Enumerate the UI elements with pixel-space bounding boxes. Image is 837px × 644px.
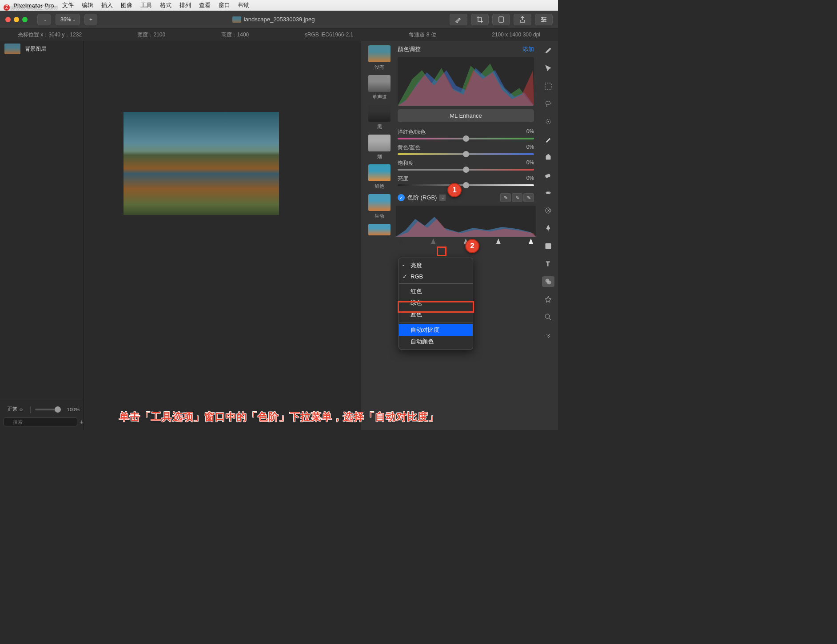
menu-format[interactable]: 格式	[160, 1, 171, 9]
preset-mono[interactable]: 单声道	[366, 75, 393, 100]
preset-none[interactable]: 没有	[366, 45, 393, 71]
preset-smoke[interactable]: 烟	[366, 135, 393, 160]
fill-tool-icon[interactable]	[542, 152, 554, 163]
svg-rect-9	[545, 83, 551, 89]
annotation-box-2	[398, 301, 474, 313]
slider-val-sat: 0%	[526, 159, 534, 167]
ml-enhance-button[interactable]: ML Enhance	[398, 109, 534, 122]
heal-tool-icon[interactable]	[542, 187, 554, 198]
preset-vivid[interactable]: 鲜艳	[366, 164, 393, 190]
svg-point-23	[545, 314, 550, 318]
cursor-position: 光标位置 x：3040 y：1232	[18, 31, 82, 39]
instruction-text: 单击「工具选项」窗口中的「色阶」下拉菜单，选择「自动对比度」	[119, 410, 439, 424]
menu-view[interactable]: 查看	[199, 1, 211, 9]
text-tool-icon[interactable]: T	[542, 258, 554, 269]
menu-edit[interactable]: 编辑	[82, 1, 93, 9]
svg-rect-13	[545, 174, 550, 178]
document-icon[interactable]	[492, 14, 510, 25]
lasso-tool-icon[interactable]	[542, 99, 554, 109]
eyedropper-black[interactable]: ✎	[500, 193, 511, 202]
pen-tool-icon[interactable]	[542, 223, 554, 234]
menu-insert[interactable]: 插入	[101, 1, 113, 9]
layer-thumbnail	[4, 44, 20, 54]
svg-point-16	[549, 192, 550, 193]
slider-brightness[interactable]	[398, 184, 534, 186]
menu-image[interactable]: 图像	[121, 1, 132, 9]
close-window[interactable]	[5, 17, 11, 22]
watermark: Zwww.MacZ.com	[4, 3, 58, 11]
shape-tool-icon[interactable]	[542, 241, 554, 251]
menu-file[interactable]: 文件	[62, 1, 74, 9]
layers-panel: 背景图层 正常◇ | 100% + ⌵	[0, 41, 84, 430]
minimize-window[interactable]	[14, 17, 19, 22]
layer-name: 背景图层	[25, 45, 46, 53]
opacity-value: 100%	[67, 407, 80, 412]
preset-lively[interactable]: 生动	[366, 194, 393, 219]
opacity-slider[interactable]	[35, 409, 61, 410]
levels-label: 色阶 (RGB)	[407, 194, 437, 202]
slider-label-bri: 亮度	[398, 175, 408, 183]
zoom-select[interactable]: 36%⌵	[56, 14, 80, 25]
add-layer-icon[interactable]: +	[80, 418, 84, 425]
menu-tools[interactable]: 工具	[140, 1, 152, 9]
eyedropper-gray[interactable]: ✎	[512, 193, 522, 202]
slider-magenta-green[interactable]	[398, 138, 534, 139]
paint-tool-icon[interactable]	[542, 45, 554, 56]
levels-white-point[interactable]	[529, 239, 533, 244]
levels-light-mid[interactable]	[496, 239, 501, 244]
dropdown-item-auto-color[interactable]: 自动颜色	[399, 336, 473, 347]
add-adjustment[interactable]: 添加	[522, 45, 534, 53]
dropdown-item-auto-contrast[interactable]: 自动对比度	[399, 324, 473, 336]
dropdown-item-brightness[interactable]: -亮度	[399, 260, 473, 271]
info-depth: 每通道 8 位	[409, 31, 436, 39]
annotation-box-1	[437, 246, 446, 256]
menu-help[interactable]: 帮助	[238, 1, 250, 9]
brush-icon[interactable]	[542, 134, 554, 145]
clone-tool-icon[interactable]	[542, 205, 554, 216]
more-tools-icon[interactable]	[542, 330, 554, 340]
preset-partial[interactable]	[366, 224, 393, 237]
arrow-tool-icon[interactable]	[542, 63, 554, 74]
marquee-tool-icon[interactable]	[542, 81, 554, 91]
dropdown-item-red[interactable]: 红色	[399, 286, 473, 297]
adjustments-title: 颜色调整	[398, 45, 421, 53]
levels-black-point[interactable]	[399, 239, 403, 244]
layer-search-input[interactable]	[4, 417, 77, 426]
slider-val-yb: 0%	[526, 144, 534, 151]
blend-mode-select[interactable]: 正常◇	[4, 404, 26, 415]
dropdown-item-rgb[interactable]: ✓RGB	[399, 271, 473, 282]
slider-yellow-blue[interactable]	[398, 153, 534, 155]
levels-histogram	[396, 206, 536, 237]
slider-label-yb: 黄色/蓝色	[398, 144, 420, 151]
levels-dropdown-toggle[interactable]: ⌵	[439, 195, 446, 201]
levels-checkbox[interactable]: ✓	[398, 194, 405, 201]
canvas-image	[124, 112, 279, 215]
levels-dark-mid[interactable]	[431, 239, 435, 244]
slider-val-mg: 0%	[526, 128, 534, 136]
canvas-area[interactable]	[84, 41, 361, 430]
sidebar-toggle[interactable]: ⌵	[37, 14, 51, 25]
annotation-badge-2: 2	[465, 239, 479, 253]
add-button[interactable]: +	[84, 14, 97, 25]
crop-tool-icon[interactable]	[471, 14, 489, 25]
color-adjust-tool-icon[interactable]	[542, 276, 554, 287]
title-thumbnail	[232, 16, 241, 23]
settings-icon[interactable]	[535, 14, 553, 25]
share-icon[interactable]	[514, 14, 531, 25]
eyedropper-white[interactable]: ✎	[523, 193, 534, 202]
slider-label-sat: 饱和度	[398, 159, 414, 167]
layer-row[interactable]: 背景图层	[0, 41, 83, 57]
maximize-window[interactable]	[22, 17, 28, 22]
effects-tool-icon[interactable]	[542, 294, 554, 305]
menu-window[interactable]: 窗口	[219, 1, 230, 9]
magic-wand-icon[interactable]	[542, 116, 554, 127]
brush-tool-icon[interactable]	[450, 14, 467, 25]
preset-black[interactable]: 黑	[366, 105, 393, 130]
slider-saturation[interactable]	[398, 169, 534, 171]
svg-rect-19	[546, 243, 551, 249]
zoom-tool-icon[interactable]	[542, 312, 554, 322]
eraser-icon[interactable]	[542, 170, 554, 180]
svg-line-24	[549, 318, 551, 320]
info-width: 宽度：2100	[137, 31, 165, 39]
menu-arrange[interactable]: 排列	[179, 1, 191, 9]
